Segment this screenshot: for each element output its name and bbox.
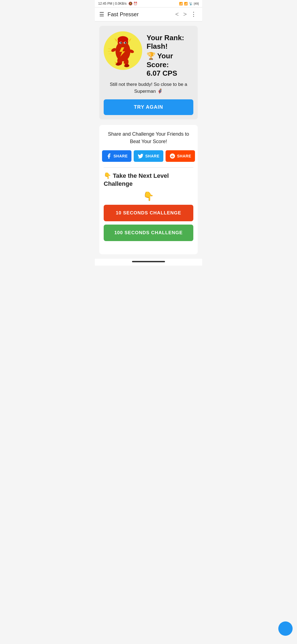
svg-line-18 [108,49,112,49]
status-time-data: 12:45 PM | 0.0KB/s 🔕 ⏰ [98,2,138,6]
battery-indicator: [49] [194,2,199,5]
facebook-share-button[interactable]: SHARE [102,150,132,162]
try-again-button[interactable]: TRY AGAIN [104,99,193,115]
signal-icon: 📶 [179,2,183,6]
hamburger-menu-icon[interactable]: ☰ [99,11,104,18]
main-content: Your Rank: Flash! 🏆 Your Score: 6.07 CPS… [95,21,202,259]
hundred-seconds-challenge-button[interactable]: 100 SECONDS CHALLENGE [104,225,193,241]
ten-seconds-challenge-button[interactable]: 10 SECONDS CHALLENGE [104,205,193,221]
svg-marker-3 [114,38,117,42]
rank-section: Your Rank: Flash! 🏆 Your Score: 6.07 CPS [104,31,193,78]
svg-point-8 [120,42,122,44]
twitter-icon [138,153,144,159]
home-indicator [132,261,165,262]
hero-circle [104,31,142,70]
svg-point-2 [118,36,128,43]
twitter-share-button[interactable]: SHARE [134,150,163,162]
reddit-share-button[interactable]: SHARE [166,150,195,162]
more-options-icon[interactable]: ⋮ [189,10,198,18]
share-buttons: SHARE SHARE SHARE [104,150,193,162]
facebook-icon [106,153,112,159]
share-text: Share and Challenge Your Friends to Beat… [104,130,193,145]
svg-point-9 [125,42,126,44]
status-bar: 12:45 PM | 0.0KB/s 🔕 ⏰ 📶 📶 📡 [49] [95,0,202,7]
app-bar: ☰ Fast Presser < > ⋮ [95,7,202,21]
nav-buttons: < > ⋮ [174,10,198,18]
next-challenge-section: 👇 Take the Next Level Challenge 👇 10 SEC… [104,172,193,249]
next-challenge-title: 👇 Take the Next Level Challenge [104,172,193,188]
share-section: Share and Challenge Your Friends to Beat… [99,125,198,254]
encouragement-text: Still not there buddy! So close to be a … [104,81,193,95]
result-card: Your Rank: Flash! 🏆 Your Score: 6.07 CPS… [99,26,198,119]
svg-line-20 [109,53,112,54]
flash-hero-image [106,33,139,69]
signal-icon-2: 📶 [184,2,188,6]
score-display: 🏆 Your Score: 6.07 CPS [147,52,193,78]
status-right: 📶 📶 📡 [49] [179,2,199,6]
pointing-down-emoji: 👇 [104,191,193,201]
app-title: Fast Presser [108,11,170,18]
wifi-icon: 📡 [189,2,193,6]
rank-info: Your Rank: Flash! 🏆 Your Score: 6.07 CPS [147,31,193,78]
svg-marker-4 [129,38,131,42]
reddit-icon [169,153,175,159]
back-icon[interactable]: < [174,10,180,18]
home-indicator-bar [95,259,202,266]
section-divider [104,167,193,168]
forward-icon[interactable]: > [182,10,188,18]
rank-label: Your Rank: Flash! [147,34,193,51]
